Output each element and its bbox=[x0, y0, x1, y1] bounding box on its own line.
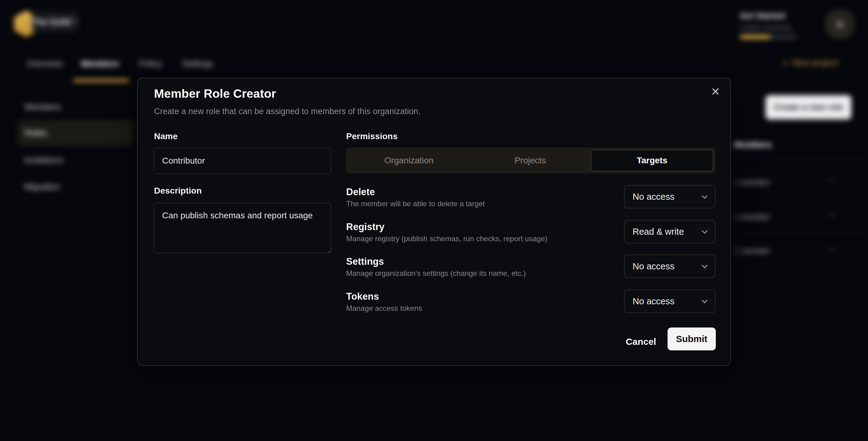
get-started-progress-fill bbox=[740, 35, 771, 39]
sidebar-item-members[interactable]: Members bbox=[25, 102, 61, 112]
chevron-down-icon bbox=[702, 297, 708, 304]
permission-row-registry: Registry Manage registry (publish schema… bbox=[346, 220, 715, 251]
name-label: Name bbox=[154, 131, 178, 141]
org-switcher-button[interactable]: The Guild bbox=[32, 12, 78, 32]
perm-tab-targets[interactable]: Targets bbox=[591, 150, 713, 171]
user-avatar[interactable]: A bbox=[825, 9, 855, 39]
role-row-members-count: 1 member bbox=[734, 178, 770, 187]
org-name: The Guild bbox=[32, 17, 71, 27]
name-input[interactable] bbox=[153, 148, 331, 174]
member-role-creator-modal: ✕ Member Role Creator Create a new role … bbox=[137, 77, 731, 366]
role-row-members-count: 1 member bbox=[734, 246, 770, 256]
permissions-tablist: Organization Projects Targets bbox=[346, 148, 715, 174]
create-new-role-button[interactable]: Create a new role bbox=[766, 95, 851, 119]
plus-icon: + bbox=[782, 58, 788, 68]
permissions-label: Permissions bbox=[346, 131, 398, 141]
perm-tab-organization[interactable]: Organization bbox=[348, 150, 470, 171]
new-project-button[interactable]: + New project bbox=[782, 58, 838, 68]
table-divider bbox=[731, 159, 868, 160]
new-project-label: New project bbox=[792, 58, 838, 68]
submit-button[interactable]: Submit bbox=[668, 327, 716, 350]
select-value: No access bbox=[632, 261, 674, 272]
get-started-title: Get Started bbox=[740, 11, 820, 21]
chevron-down-icon bbox=[702, 193, 708, 199]
members-column-header: Members bbox=[734, 140, 772, 150]
select-value: Read & write bbox=[632, 227, 684, 237]
sidebar-item-migration[interactable]: Migration bbox=[24, 182, 60, 192]
modal-title: Member Role Creator bbox=[154, 87, 276, 100]
description-textarea[interactable]: Can publish schemas and report usage bbox=[153, 202, 331, 253]
permission-row-delete: Delete The member will be able to delete… bbox=[346, 185, 715, 216]
row-menu-icon[interactable]: ⋯ bbox=[826, 210, 836, 220]
tab-settings[interactable]: Settings bbox=[182, 59, 213, 69]
row-menu-icon[interactable]: ⋯ bbox=[826, 175, 836, 186]
modal-subtitle: Create a new role that can be assigned t… bbox=[154, 107, 421, 116]
get-started-subtitle: 4 tasks remaining bbox=[740, 24, 820, 31]
settings-access-select[interactable]: No access bbox=[624, 254, 715, 278]
chevron-down-icon bbox=[702, 228, 708, 234]
get-started-widget[interactable]: Get Started 4 tasks remaining bbox=[740, 11, 820, 39]
close-icon[interactable]: ✕ bbox=[708, 84, 723, 100]
tab-overview[interactable]: Overview bbox=[27, 59, 63, 69]
sidebar-item-roles[interactable]: Roles bbox=[18, 120, 133, 146]
active-tab-underline bbox=[73, 79, 129, 82]
sidebar-item-invitations[interactable]: Invitations bbox=[24, 155, 63, 165]
select-value: No access bbox=[632, 192, 674, 202]
chevron-down-icon bbox=[702, 262, 708, 269]
row-menu-icon[interactable]: ⋯ bbox=[826, 244, 836, 254]
get-started-progress-track bbox=[740, 35, 798, 39]
tokens-access-select[interactable]: No access bbox=[624, 289, 715, 313]
cancel-button[interactable]: Cancel bbox=[620, 331, 662, 352]
chevron-down-icon bbox=[74, 19, 78, 23]
select-value: No access bbox=[632, 296, 674, 307]
tab-policy[interactable]: Policy bbox=[139, 59, 162, 69]
table-divider bbox=[731, 233, 868, 234]
perm-tab-projects[interactable]: Projects bbox=[470, 150, 591, 171]
delete-access-select[interactable]: No access bbox=[624, 185, 715, 209]
app-screen: The Guild Overview Members Policy Settin… bbox=[0, 0, 868, 441]
role-row-members-count: 1 member bbox=[734, 212, 770, 222]
description-label: Description bbox=[154, 186, 202, 196]
tab-members[interactable]: Members bbox=[81, 59, 119, 69]
sidebar-item-roles-label: Roles bbox=[25, 128, 47, 138]
table-divider bbox=[731, 199, 868, 200]
permission-row-tokens: Tokens Manage access tokens No access bbox=[346, 289, 715, 320]
registry-access-select[interactable]: Read & write bbox=[624, 220, 715, 243]
avatar-letter: A bbox=[836, 18, 843, 30]
permission-row-settings: Settings Manage organization's settings … bbox=[346, 254, 715, 285]
